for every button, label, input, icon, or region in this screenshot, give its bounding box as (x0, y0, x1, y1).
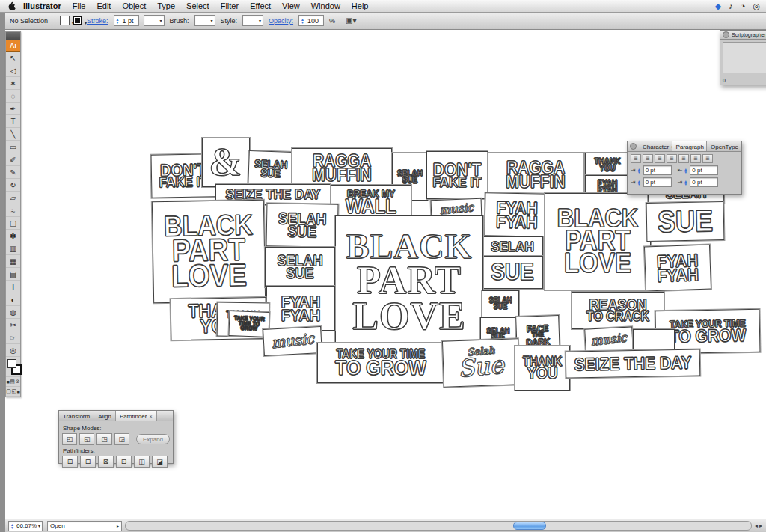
selah-sue-script[interactable]: SelahSue (442, 338, 520, 388)
menu-file[interactable]: File (73, 1, 86, 10)
fill-color-swatch[interactable]: ▾ (60, 16, 70, 25)
selah-sue-4[interactable]: SELAHSUE (265, 247, 335, 287)
menu-window[interactable]: Window (311, 1, 340, 10)
stroke-weight-field[interactable]: ▲▼ 1 pt (114, 15, 139, 26)
intersect-shape-areas-icon[interactable]: ◳ (96, 433, 111, 445)
ragga-muffin-2[interactable]: RAGGAMUFFIN (488, 153, 583, 196)
stepper-icon[interactable]: ▲▼ (116, 18, 120, 24)
stroke-weight-dropdown[interactable]: ▾ (144, 15, 165, 26)
align-right-icon[interactable]: ≣ (655, 154, 665, 163)
dont-fake-it-2[interactable]: DON'TFAKE IT (426, 151, 488, 199)
right-indent-field[interactable]: ⇤▲▼0 pt (678, 165, 719, 175)
divide-icon[interactable]: ⊞ (62, 456, 78, 468)
type-tool[interactable]: T (6, 115, 20, 128)
normal-screen-mode-button[interactable]: ▢ (6, 388, 11, 394)
magic-wand-tool[interactable]: ✶ (6, 77, 20, 90)
tab-align[interactable]: Align (94, 411, 116, 421)
music-script-1[interactable]: music (263, 326, 322, 356)
apple-menu-icon[interactable] (7, 1, 16, 11)
rectangle-tool[interactable]: ▭ (6, 141, 20, 153)
direct-selection-tool[interactable]: ◁ (6, 64, 20, 77)
fyah-fyah-right[interactable]: FYAHFYAH (644, 244, 711, 291)
left-indent-field[interactable]: ⇥▲▼0 pt (631, 165, 672, 175)
justify-all-icon[interactable]: ≣ (702, 154, 713, 163)
spotlight-icon[interactable]: ◎ (753, 1, 760, 11)
stepper-icon[interactable]: ▲▼ (637, 180, 641, 186)
first-line-indent-field[interactable]: ⇥▲▼0 pt (631, 177, 672, 187)
stroke-color-swatch[interactable]: ▾ (73, 16, 82, 25)
horizontal-scrollbar[interactable] (125, 521, 752, 531)
fill-indicator[interactable] (7, 359, 16, 368)
stroke-link[interactable]: Stroke: (87, 17, 108, 25)
paintbrush-tool[interactable]: ✐ (6, 153, 20, 166)
expand-button[interactable]: Expand (136, 434, 170, 444)
zoom-field[interactable]: ▲▼ 66.67% ▾ (8, 521, 43, 531)
menu-filter[interactable]: Filter (221, 1, 239, 10)
menu-effect[interactable]: Effect (250, 1, 271, 10)
volume-icon[interactable]: ♪ (729, 1, 733, 11)
justify-last-center-icon[interactable]: ≣ (678, 154, 689, 163)
rotate-tool[interactable]: ↻ (6, 179, 20, 192)
close-tab-icon[interactable]: × (149, 414, 152, 419)
opacity-link[interactable]: Opacity: (269, 17, 293, 25)
black-part-love-center[interactable]: BLACKPARTLOVE (335, 215, 483, 350)
document-setup-icon[interactable]: ▣▾ (346, 16, 356, 25)
music-script-2[interactable]: music (584, 326, 634, 352)
symbol-sprayer-tool[interactable]: ✽ (6, 230, 20, 242)
sue-3[interactable]: SUE (482, 256, 543, 289)
close-tab-icon[interactable]: × (741, 144, 741, 150)
scriptographer-header[interactable]: Scriptographer (720, 31, 766, 40)
add-to-shape-area-icon[interactable]: ◰ (62, 433, 77, 445)
none-button[interactable]: ⊘ (16, 379, 20, 385)
full-screen-mode-button[interactable]: ■ (17, 389, 20, 394)
tab-pathfinder[interactable]: Pathfinder× (116, 411, 157, 421)
style-dropdown[interactable]: ▾ (242, 15, 263, 26)
color-button[interactable]: ■ (6, 379, 9, 385)
align-left-icon[interactable]: ≣ (631, 154, 641, 163)
warp-tool[interactable]: ≈ (6, 204, 20, 217)
tab-opentype[interactable]: OpenType× (707, 141, 741, 151)
stepper-icon[interactable]: ▲▼ (684, 180, 687, 186)
take-your-time-1[interactable]: TAKE YOUR TIMETO GROW (317, 343, 444, 383)
sue-right[interactable]: SUE (646, 201, 725, 242)
minus-back-icon[interactable]: ◪ (152, 456, 168, 468)
menu-illustrator[interactable]: Illustrator (23, 1, 61, 10)
opacity-field[interactable]: ▲▼ 100 (298, 15, 324, 26)
selah-sue-tiny-3[interactable]: SELAHSUE (482, 290, 519, 317)
selah-sue-tiny-top[interactable]: SELAHSUE (248, 150, 294, 188)
selah-3[interactable]: SELAH (482, 236, 543, 257)
clock-icon[interactable]: ◔ (741, 1, 746, 11)
space-before-field[interactable]: ⇥▲▼0 pt (678, 177, 719, 187)
black-part-love-left[interactable]: BLACKPARTLOVE (152, 200, 266, 304)
black-part-love-right[interactable]: BLACKPARTLOVE (545, 193, 651, 290)
scale-tool[interactable]: ▱ (6, 192, 20, 204)
align-center-icon[interactable]: ≣ (643, 154, 653, 163)
thank-you-tiny[interactable]: THANKYOU (585, 153, 630, 177)
version-cue-icon[interactable]: ◆ (715, 1, 721, 11)
tab-transform[interactable]: Transform (59, 411, 94, 421)
full-screen-menu-mode-button[interactable]: ◱ (11, 388, 16, 394)
free-transform-tool[interactable]: ▢ (6, 217, 20, 230)
line-segment-tool[interactable]: ╲ (6, 128, 20, 141)
blend-tool[interactable]: ◐ (6, 293, 20, 306)
seize-the-day-2[interactable]: SEIZE THE DAY (566, 349, 701, 378)
pen-tool[interactable]: ✒ (6, 103, 20, 115)
column-graph-tool[interactable]: ▥ (6, 242, 20, 255)
ampersand[interactable]: & (202, 138, 250, 187)
gradient-tool[interactable]: ▤ (6, 268, 20, 281)
selah-sue-2[interactable]: SELAHSUE (266, 203, 339, 248)
subtract-from-shape-area-icon[interactable]: ◱ (79, 433, 94, 445)
thank-you-3[interactable]: THANKYOU (515, 346, 570, 391)
menu-view[interactable]: View (282, 1, 300, 10)
menu-help[interactable]: Help (352, 1, 369, 10)
stepper-icon[interactable]: ▲▼ (301, 18, 304, 24)
menu-type[interactable]: Type (157, 1, 175, 10)
exclude-shape-areas-icon[interactable]: ◲ (114, 433, 129, 445)
stepper-icon[interactable]: ▲▼ (10, 523, 14, 529)
eyedropper-tool[interactable]: ✛ (6, 281, 20, 293)
pencil-tool[interactable]: ✎ (6, 166, 20, 179)
stepper-icon[interactable]: ▲▼ (637, 168, 641, 174)
tab-character[interactable]: Character× (639, 141, 672, 151)
reason-to-crack[interactable]: REASONTO CRACK (572, 292, 664, 329)
horizontal-scrollbar-thumb[interactable] (513, 522, 546, 530)
